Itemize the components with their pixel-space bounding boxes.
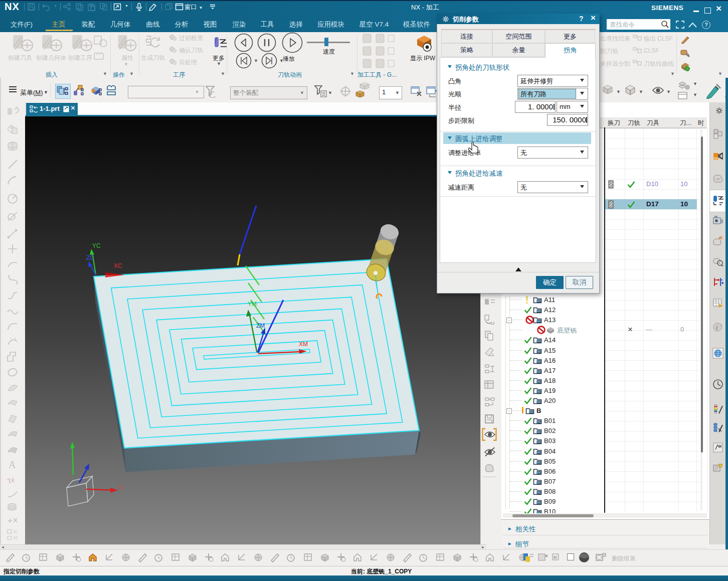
svg-text:X: X: [119, 484, 123, 491]
svg-text:YM: YM: [248, 301, 257, 308]
svg-text:i: i: [716, 324, 718, 331]
svg-text:A: A: [9, 459, 16, 470]
svg-text:ZM: ZM: [256, 322, 265, 329]
svg-text:YC: YC: [92, 242, 101, 249]
svg-text:XC: XC: [114, 262, 122, 269]
svg-text:Kʲ: Kʲ: [554, 555, 557, 560]
svg-text:Té: Té: [7, 476, 15, 485]
svg-text:ZC: ZC: [86, 254, 94, 261]
svg-text:XM: XM: [299, 341, 308, 348]
